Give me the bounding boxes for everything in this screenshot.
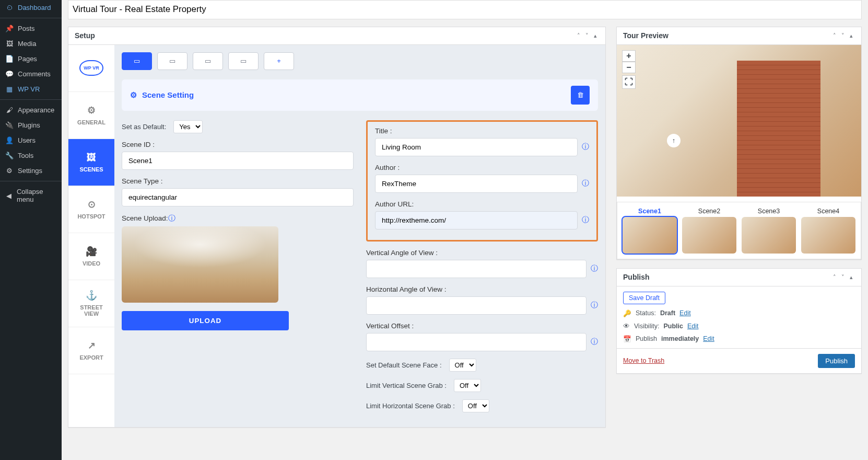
pin-icon: 📌 xyxy=(4,25,15,32)
sidebar-item-dashboard[interactable]: ⏲Dashboard xyxy=(0,0,62,15)
scene-thumb-1[interactable] xyxy=(623,217,677,254)
set-default-select[interactable]: Yes xyxy=(173,120,203,133)
sidebar-item-tools[interactable]: 🔧Tools xyxy=(0,148,62,163)
scene-type-input[interactable] xyxy=(122,188,354,206)
gear-icon: ⚙ xyxy=(87,105,96,116)
panel-toggle-icon[interactable]: ▴ xyxy=(848,273,855,282)
info-icon[interactable]: ⓘ xyxy=(591,337,598,347)
scene-thumb-4[interactable] xyxy=(801,217,855,254)
sidebar-item-comments[interactable]: 💬Comments xyxy=(0,66,62,82)
scene-tab-4[interactable]: ▭ xyxy=(228,52,259,70)
tour-preview-panel: Tour Preview ˄˅▴ + − ⛶ ↑ Scene1 Scene2 S… xyxy=(616,27,862,260)
publish-panel: Publish ˄˅▴ Save Draft 🔑Status: Draft Ed… xyxy=(616,268,862,374)
scene-thumb-2[interactable] xyxy=(682,217,736,254)
export-icon: ↗ xyxy=(88,340,96,351)
move-to-trash-link[interactable]: Move to Trash xyxy=(623,357,664,364)
thumb-label-1: Scene1 xyxy=(623,208,677,215)
sidebar-collapse[interactable]: ◀Collapse menu xyxy=(0,184,62,207)
sidebar-item-posts[interactable]: 📌Posts xyxy=(0,21,62,36)
panel-toggle-icon[interactable]: ▴ xyxy=(592,31,599,40)
trash-icon: 🗑 xyxy=(577,91,584,99)
info-icon[interactable]: ⓘ xyxy=(591,264,598,273)
publish-panel-title: Publish xyxy=(623,273,650,281)
tab-video[interactable]: 🎥VIDEO xyxy=(68,233,114,280)
default-face-select[interactable]: Off xyxy=(449,359,476,372)
delete-scene-button[interactable]: 🗑 xyxy=(571,86,590,105)
fullscreen-button[interactable]: ⛶ xyxy=(622,75,636,89)
post-title-input[interactable] xyxy=(68,0,862,19)
plus-icon: + xyxy=(277,57,281,65)
highlighted-annotation: Title : ⓘ Author : ⓘ Author URL: xyxy=(366,120,598,242)
edit-visibility-link[interactable]: Edit xyxy=(687,323,699,330)
sidebar-item-pages[interactable]: 📄Pages xyxy=(0,51,62,66)
save-draft-button[interactable]: Save Draft xyxy=(623,292,665,304)
sidebar-item-settings[interactable]: ⚙Settings xyxy=(0,163,62,178)
panel-down-icon[interactable]: ˅ xyxy=(839,273,847,282)
panel-up-icon[interactable]: ˄ xyxy=(831,31,838,40)
limit-h-select[interactable]: Off xyxy=(462,399,489,412)
info-icon[interactable]: ⓘ xyxy=(582,142,589,152)
sidebar-item-wpvr[interactable]: ▦WP VR xyxy=(0,82,62,97)
author-label: Author : xyxy=(375,164,589,171)
scene-type-label: Scene Type : xyxy=(122,177,354,185)
info-icon[interactable]: ⓘ xyxy=(591,301,598,310)
sidebar-item-media[interactable]: 🖼Media xyxy=(0,36,62,51)
vangle-label: Vertical Angle of View : xyxy=(366,249,598,257)
collapse-icon: ◀ xyxy=(4,192,14,200)
thumb-label-3: Scene3 xyxy=(742,208,796,215)
scene-upload-preview[interactable] xyxy=(122,226,278,303)
scene-tab-add[interactable]: + xyxy=(264,52,294,70)
edit-publish-time-link[interactable]: Edit xyxy=(703,335,714,342)
wpvr-icon: ▦ xyxy=(4,85,15,93)
tab-general[interactable]: ⚙GENERAL xyxy=(68,92,114,139)
panel-down-icon[interactable]: ˅ xyxy=(583,31,591,40)
zoom-out-button[interactable]: − xyxy=(622,62,636,73)
info-icon[interactable]: ⓘ xyxy=(582,179,589,188)
scene-tab-1[interactable]: ▭ xyxy=(122,52,152,70)
dashboard-icon: ⏲ xyxy=(4,4,15,12)
image-icon: 🖼 xyxy=(87,152,96,163)
plugin-icon: 🔌 xyxy=(4,121,15,129)
vangle-input[interactable] xyxy=(366,260,587,278)
tab-street-view[interactable]: ⚓STREET VIEW xyxy=(68,280,114,327)
zoom-in-button[interactable]: + xyxy=(622,50,636,62)
video-icon: 🎥 xyxy=(86,246,97,257)
info-icon[interactable]: ⓘ xyxy=(168,214,175,222)
panel-toggle-icon[interactable]: ▴ xyxy=(848,31,855,40)
tab-export[interactable]: ↗EXPORT xyxy=(68,327,114,374)
panel-up-icon[interactable]: ˄ xyxy=(831,273,838,282)
sidebar-item-plugins[interactable]: 🔌Plugins xyxy=(0,118,62,133)
setup-panel-title: Setup xyxy=(75,31,95,40)
image-icon: ▭ xyxy=(205,57,211,65)
hotspot-marker[interactable]: ↑ xyxy=(667,134,681,147)
limit-v-select[interactable]: Off xyxy=(454,379,481,392)
sidebar-item-users[interactable]: 👤Users xyxy=(0,133,62,148)
voffset-input[interactable] xyxy=(366,333,587,351)
tab-scenes[interactable]: 🖼SCENES xyxy=(68,139,114,186)
author-input[interactable] xyxy=(375,175,578,193)
gear-icon: ⚙ xyxy=(130,90,137,100)
panorama-viewer[interactable]: + − ⛶ ↑ xyxy=(617,45,861,197)
scene-id-input[interactable] xyxy=(122,152,354,170)
scene-thumb-3[interactable] xyxy=(742,217,796,254)
eye-icon: 👁 xyxy=(623,323,630,330)
set-default-label: Set as Default: xyxy=(122,123,166,131)
sidebar-item-appearance[interactable]: 🖌Appearance xyxy=(0,102,62,118)
scene-tab-3[interactable]: ▭ xyxy=(193,52,223,70)
hangle-input[interactable] xyxy=(366,296,587,315)
panel-up-icon[interactable]: ˄ xyxy=(575,31,582,40)
user-icon: 👤 xyxy=(4,136,15,144)
info-icon[interactable]: ⓘ xyxy=(582,215,589,225)
setup-panel: Setup ˄ ˅ ▴ WP VR ⚙GENERAL 🖼SCENES ⊙HOTS… xyxy=(68,27,606,428)
publish-button[interactable]: Publish xyxy=(818,354,855,368)
author-url-input[interactable] xyxy=(375,211,578,229)
voffset-label: Vertical Offset : xyxy=(366,322,598,330)
scene-tab-2[interactable]: ▭ xyxy=(157,52,187,70)
image-icon: ▭ xyxy=(134,57,140,65)
title-input[interactable] xyxy=(375,138,578,156)
edit-status-link[interactable]: Edit xyxy=(679,309,691,317)
gear-icon: ⚙ xyxy=(4,167,15,175)
upload-button[interactable]: UPLOAD xyxy=(122,311,289,330)
tab-hotspot[interactable]: ⊙HOTSPOT xyxy=(68,186,114,233)
panel-down-icon[interactable]: ˅ xyxy=(839,31,847,40)
